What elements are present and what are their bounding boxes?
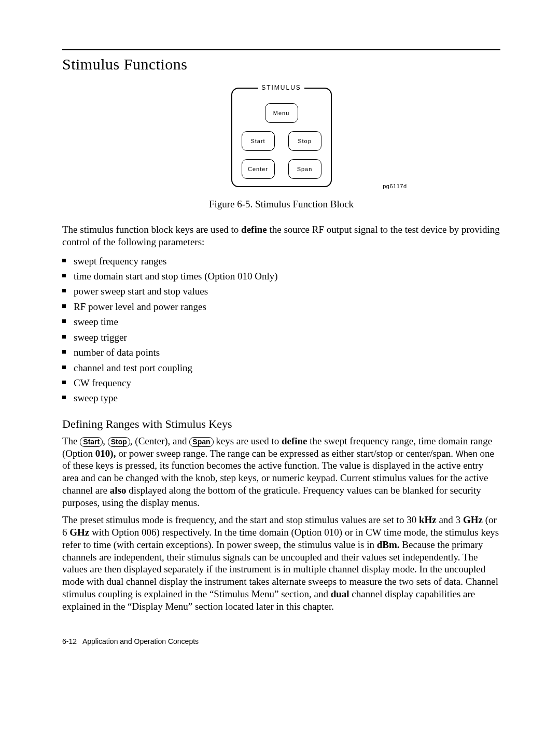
span-keycap: Span — [189, 437, 213, 447]
key-row-2: Start Stop — [242, 131, 321, 151]
paragraph-3: The preset stimulus mode is frequency, a… — [62, 514, 500, 612]
start-key[interactable]: Start — [242, 131, 275, 151]
p2-d: keys are used to — [214, 436, 282, 446]
center-key[interactable]: Center — [242, 159, 275, 179]
top-rule — [62, 49, 500, 50]
p2-c: , (Center), and — [130, 436, 189, 446]
subsection-title: Defining Ranges with Stimulus Keys — [62, 417, 500, 431]
parameter-list: swept frequency ranges time domain start… — [62, 254, 500, 406]
figure-id: pg6117d — [383, 183, 407, 189]
intro-text-a: The stimulus function block keys are use… — [62, 224, 241, 235]
stimulus-panel-label-text: STIMULUS — [258, 84, 304, 91]
list-item: channel and test port coupling — [62, 360, 500, 375]
start-keycap: Start — [80, 437, 103, 447]
p3-bold-ghz1: GHz — [463, 514, 483, 525]
p2-a: The — [62, 436, 80, 446]
p3-bold-dual: dual — [331, 588, 349, 599]
list-item: time domain start and stop times (Option… — [62, 269, 500, 284]
list-item: power sweep start and stop values — [62, 284, 500, 299]
list-item: swept frequency ranges — [62, 254, 500, 269]
p2-bold-also: also — [110, 485, 127, 496]
p2-bold-010: 010), — [95, 448, 116, 459]
stimulus-panel-label: STIMULUS — [232, 84, 331, 91]
p2-f: or power sweep range. The range can be e… — [116, 448, 455, 459]
menu-key[interactable]: Menu — [265, 103, 298, 123]
p2-b: , — [103, 436, 108, 446]
key-row-3: Center Span — [242, 159, 321, 179]
page-footer: 6-12 Application and Operation Concepts — [62, 637, 500, 645]
figure-caption: Figure 6-5. Stimulus Function Block — [62, 199, 500, 210]
paragraph-2: The Start, Stop, (Center), and Span keys… — [62, 435, 500, 509]
p3-b: and 3 — [437, 514, 463, 525]
p3-bold-ghz2: GHz — [69, 527, 89, 538]
p3-bold-khz: kHz — [419, 514, 437, 525]
stimulus-panel: STIMULUS Menu Start Stop Center Span — [231, 88, 332, 187]
key-row-1: Menu — [242, 103, 321, 123]
figure-block: STIMULUS Menu Start Stop Center Span pg6… — [62, 88, 500, 189]
stop-key[interactable]: Stop — [288, 131, 321, 151]
footer-section-label: Application and Operation Concepts — [82, 637, 199, 645]
list-item: sweep time — [62, 314, 500, 329]
stop-keycap: Stop — [108, 437, 130, 447]
list-item: sweep type — [62, 390, 500, 405]
footer-page-number: 6-12 — [62, 637, 77, 645]
p3-a: The preset stimulus mode is frequency, a… — [62, 514, 419, 525]
p2-bold-define: define — [282, 436, 307, 446]
p2-sans-when: When — [456, 450, 478, 458]
intro-paragraph: The stimulus function block keys are use… — [62, 223, 500, 248]
list-item: RF power level and power ranges — [62, 299, 500, 314]
list-item: sweep trigger — [62, 330, 500, 345]
p3-bold-dbm: dBm. — [377, 539, 400, 550]
span-key[interactable]: Span — [288, 159, 321, 179]
document-page: Stimulus Functions STIMULUS Menu Start S… — [0, 0, 560, 677]
list-item: CW frequency — [62, 375, 500, 390]
page-title: Stimulus Functions — [62, 55, 500, 73]
intro-bold-define: define — [241, 224, 267, 235]
list-item: number of data points — [62, 345, 500, 360]
